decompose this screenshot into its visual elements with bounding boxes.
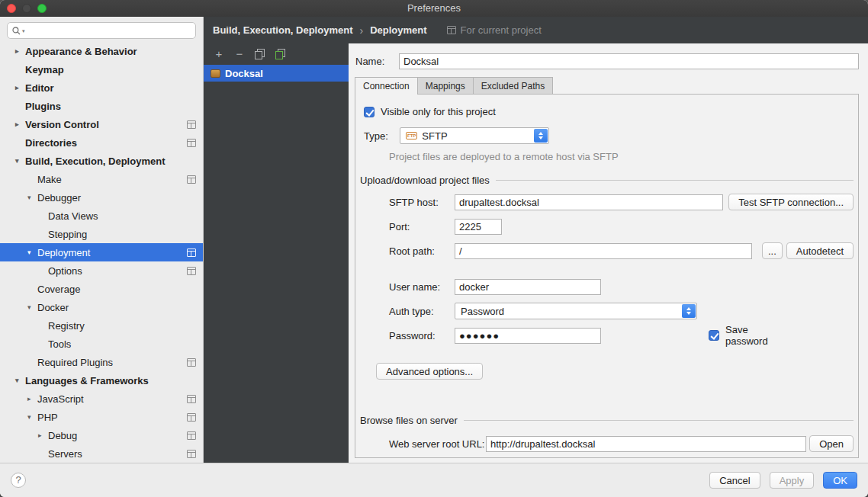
sidebar-item-label: Data Views [48,210,98,222]
zoom-button[interactable] [37,4,47,13]
traffic-lights [7,4,47,13]
search-area: ▾ [0,17,203,42]
sidebar-item-build-execution-deployment[interactable]: ▾Build, Execution, Deployment [0,152,203,170]
minimize-button[interactable] [22,4,31,13]
deployment-form: Name: ConnectionMappingsExcluded Paths V… [349,43,868,463]
help-button[interactable]: ? [11,473,26,488]
auth-type-label: Auth type: [389,306,455,317]
chevron-right-icon[interactable]: ▸ [15,120,25,128]
chevron-right-icon[interactable]: ▸ [38,431,48,439]
dropdown-stepper-icon [682,304,696,318]
sidebar-item-label: Directories [25,137,77,149]
chevron-down-icon [538,136,543,139]
apply-button[interactable]: Apply [770,472,815,489]
chevron-down-icon[interactable]: ▾ [27,303,37,311]
breadcrumb-separator-icon: › [359,24,363,37]
auth-type-select[interactable]: Password [455,303,697,319]
advanced-options-button[interactable]: Advanced options... [376,363,483,380]
settings-tabs: ConnectionMappingsExcluded Paths [355,77,859,94]
web-root-input[interactable] [486,436,806,452]
chevron-right-icon[interactable]: ▸ [15,84,25,91]
sidebar-item-stepping[interactable]: Stepping [0,225,203,243]
sidebar-item-deployment[interactable]: ▾Deployment [0,243,203,261]
sidebar-item-docker[interactable]: ▾Docker [0,298,203,316]
sidebar-item-javascript[interactable]: ▸JavaScript [0,390,203,408]
password-label: Password: [389,330,455,341]
current-project-icon [187,431,196,440]
search-scope-chevron-icon[interactable]: ▾ [22,28,25,34]
visible-only-checkbox[interactable] [364,107,375,117]
save-password-row: Save password [709,324,791,347]
connection-tab-panel: Visible only for this project Type: FTP … [355,94,859,458]
name-input[interactable] [399,53,859,69]
sftp-host-input[interactable] [455,194,723,210]
current-project-icon [187,120,196,129]
user-name-input[interactable] [455,279,601,295]
sidebar-item-required-plugins[interactable]: Required Plugins [0,353,203,371]
chevron-right-icon[interactable]: ▸ [15,47,25,55]
sidebar-item-version-control[interactable]: ▸Version Control [0,115,203,133]
sidebar-item-data-views[interactable]: Data Views [0,207,203,225]
tab-excluded-paths[interactable]: Excluded Paths [473,77,553,94]
save-password-label: Save password [725,324,791,347]
type-value: SFTP [422,130,447,142]
sidebar-item-label: Options [48,265,82,277]
password-input[interactable] [455,328,601,344]
chevron-down-icon[interactable]: ▾ [27,413,37,421]
sidebar-item-plugins[interactable]: Plugins [0,97,203,115]
test-sftp-connection-button[interactable]: Test SFTP connection... [728,194,854,210]
sidebar-item-keymap[interactable]: Keymap [0,60,203,79]
cancel-button[interactable]: Cancel [709,472,760,489]
sidebar-item-coverage[interactable]: Coverage [0,280,203,298]
sidebar-item-label: Appearance & Behavior [25,46,137,57]
settings-sidebar: ▾ ▸Appearance & BehaviorKeymap▸EditorPlu… [0,17,204,463]
web-root-label: Web server root URL: [389,438,486,450]
sidebar-item-servers[interactable]: Servers [0,444,203,463]
chevron-down-icon[interactable]: ▾ [15,377,25,384]
sftp-host-label: SFTP host: [389,197,455,208]
sidebar-item-php[interactable]: ▾PHP [0,408,203,426]
remove-icon[interactable] [234,49,245,59]
save-password-checkbox[interactable] [709,330,719,341]
sidebar-item-debug[interactable]: ▸Debug [0,426,203,444]
chevron-down-icon[interactable]: ▾ [27,248,37,256]
chevron-down-icon[interactable]: ▾ [15,157,25,165]
breadcrumb-section[interactable]: Build, Execution, Deployment [213,24,352,36]
sidebar-item-label: Build, Execution, Deployment [25,156,165,167]
sidebar-item-options[interactable]: Options [0,261,203,280]
sidebar-item-appearance-behavior[interactable]: ▸Appearance & Behavior [0,42,203,60]
close-button[interactable] [7,4,16,13]
sftp-host-row: SFTP host: Test SFTP connection... [389,194,854,210]
user-name-row: User name: [389,278,854,295]
current-project-icon [187,450,196,458]
tab-mappings[interactable]: Mappings [417,77,474,94]
sidebar-item-languages-frameworks[interactable]: ▾Languages & Frameworks [0,371,203,390]
type-select[interactable]: FTP SFTP [400,127,549,144]
sidebar-item-make[interactable]: Make [0,170,203,188]
browse-root-button[interactable]: ... [762,242,783,259]
sidebar-item-debugger[interactable]: ▾Debugger [0,188,203,207]
copy-icon[interactable] [255,49,265,59]
add-icon[interactable] [214,49,224,59]
search-input[interactable]: ▾ [7,22,196,39]
ok-button[interactable]: OK [823,472,857,489]
autodetect-button[interactable]: Autodetect [786,242,854,259]
chevron-down-icon[interactable]: ▾ [27,194,37,201]
duplicate-icon[interactable] [275,49,286,59]
type-row: Type: FTP SFTP [364,127,854,144]
visible-only-label: Visible only for this project [381,106,496,117]
sidebar-item-directories[interactable]: Directories [0,133,203,152]
port-input[interactable] [455,219,502,235]
sidebar-item-editor[interactable]: ▸Editor [0,79,203,97]
chevron-right-icon[interactable]: ▸ [27,395,37,402]
open-button[interactable]: Open [809,435,854,452]
sidebar-item-label: Make [37,174,62,185]
current-project-icon [187,413,196,422]
server-list-item-docksal[interactable]: Docksal [204,65,349,82]
tab-connection[interactable]: Connection [355,77,418,94]
current-project-icon [187,395,196,403]
sidebar-item-registry[interactable]: Registry [0,316,203,335]
sidebar-item-tools[interactable]: Tools [0,335,203,353]
root-path-input[interactable] [455,243,752,259]
password-row: Password: Save password [389,327,854,344]
